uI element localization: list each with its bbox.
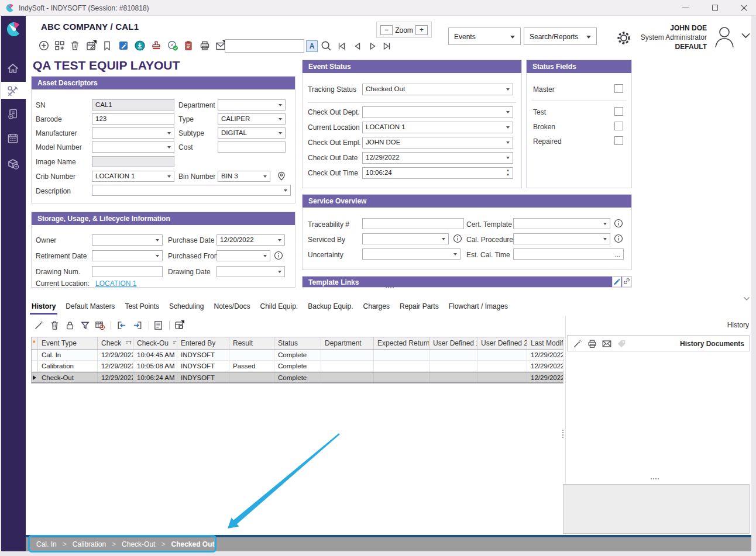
purchased-from-field[interactable]	[217, 250, 270, 261]
status-field-checkbox-broken[interactable]	[614, 122, 623, 130]
info-icon[interactable]	[614, 219, 623, 228]
grid-column-user-defined-2[interactable]: User Defined 2	[477, 337, 527, 349]
check-out-dept-field[interactable]	[362, 106, 513, 118]
settings-gear-icon[interactable]	[614, 29, 633, 47]
close-button[interactable]	[734, 0, 754, 16]
report-list-icon[interactable]	[153, 320, 164, 331]
lock-icon[interactable]	[64, 320, 75, 331]
grid-column-last-modified[interactable]: Last Modified	[527, 337, 563, 349]
cost-field[interactable]	[218, 141, 286, 153]
vertical-splitter-handle[interactable]	[562, 430, 563, 438]
sidebar-billing-icon[interactable]	[6, 108, 19, 120]
grid-column-check-ou[interactable]: Check-Ou	[133, 337, 177, 349]
est-cal-time-field[interactable]: ...	[513, 248, 624, 260]
tab-charges[interactable]: Charges	[363, 301, 390, 312]
search-input[interactable]	[225, 39, 304, 53]
avatar-icon[interactable]	[712, 23, 737, 49]
clipboard-icon[interactable]	[183, 40, 194, 51]
tab-repair-parts[interactable]: Repair Parts	[399, 301, 439, 312]
search-icon[interactable]	[320, 40, 332, 52]
events-dropdown[interactable]: Events	[448, 27, 521, 45]
tab-default-masters[interactable]: Default Masters	[65, 301, 115, 312]
status-field-checkbox-repaired[interactable]	[614, 136, 623, 145]
grid-clock-icon[interactable]	[94, 320, 105, 331]
template-edit-icon[interactable]	[612, 277, 621, 287]
info-icon[interactable]	[614, 234, 623, 243]
owner-field[interactable]	[92, 234, 163, 246]
layout-add-icon[interactable]	[54, 40, 66, 51]
check-out-icon[interactable]	[132, 320, 143, 331]
nav-last-icon[interactable]	[382, 41, 392, 51]
tab-scheduling[interactable]: Scheduling	[169, 301, 204, 312]
user-menu-chevron-icon[interactable]	[741, 32, 751, 41]
grid-column-user-defined-1[interactable]: User Defined 1	[429, 337, 477, 349]
status-field-checkbox-master[interactable]	[614, 84, 623, 93]
tab-notes-docs[interactable]: Notes/Docs	[213, 301, 250, 312]
calendar-edit-icon[interactable]	[85, 40, 97, 51]
retirement-date-field[interactable]	[92, 250, 163, 261]
filter-icon[interactable]	[80, 320, 91, 331]
minimize-button[interactable]	[676, 0, 696, 16]
delete-row-icon[interactable]	[49, 320, 60, 331]
uncertainty-field[interactable]	[362, 248, 461, 260]
check-out-date-field[interactable]: 12/29/2022	[362, 152, 513, 164]
sidebar-inventory-icon[interactable]	[6, 157, 19, 170]
wand-icon[interactable]	[33, 320, 44, 331]
grid-column-event-type[interactable]: Event Type	[38, 337, 98, 349]
search-reports-dropdown[interactable]: Search/Reports	[524, 27, 597, 45]
check-in-circle-icon[interactable]	[134, 40, 146, 51]
traceability-field[interactable]	[362, 218, 464, 229]
cert-template-field[interactable]	[513, 218, 610, 229]
department-field[interactable]	[218, 99, 286, 110]
grid-column-expected-return[interactable]: Expected Return	[374, 337, 429, 349]
collapse-chevron-icon[interactable]	[743, 295, 750, 303]
check-out-empl-field[interactable]: JOHN DOE	[362, 137, 513, 149]
print-icon[interactable]	[587, 339, 597, 349]
tab-child-equip-[interactable]: Child Equip.	[260, 301, 299, 312]
maximize-button[interactable]	[705, 0, 725, 16]
status-field-checkbox-test[interactable]	[614, 107, 623, 116]
current-location-link[interactable]: LOCATION 1	[95, 279, 136, 288]
grid-column-status[interactable]: Status	[274, 337, 321, 349]
info-icon[interactable]	[274, 251, 283, 260]
delete-icon[interactable]	[69, 40, 81, 51]
model-number-field[interactable]	[92, 141, 174, 153]
template-link-icon[interactable]	[622, 277, 631, 287]
grid-column-check[interactable]: Check	[98, 337, 133, 349]
wand-icon[interactable]	[572, 339, 583, 349]
print-icon[interactable]	[199, 40, 211, 51]
nav-previous-icon[interactable]	[352, 41, 363, 51]
manufacturer-field[interactable]	[92, 127, 174, 139]
barcode-field[interactable]: 123	[92, 113, 174, 125]
grid-column-department[interactable]: Department	[321, 337, 374, 349]
tab-test-points[interactable]: Test Points	[124, 301, 160, 312]
nav-first-icon[interactable]	[336, 41, 347, 51]
drawing-date-field[interactable]	[217, 266, 285, 277]
sidebar-home-icon[interactable]	[6, 62, 19, 75]
type-field[interactable]: CALIPER	[218, 113, 286, 125]
exact-match-toggle[interactable]: A	[306, 40, 318, 52]
zoom-in-button[interactable]: +	[415, 25, 428, 35]
image-name-field[interactable]	[92, 156, 174, 167]
cal-procedure-field[interactable]	[513, 233, 610, 244]
spinner-icon[interactable]: ▲▼	[504, 168, 511, 178]
grid-row-2[interactable]: Calibration12/29/202210:05:08 AMINDYSOFT…	[32, 361, 563, 372]
location-pin-icon[interactable]	[276, 171, 287, 181]
grid-column-result[interactable]: Result	[229, 337, 274, 349]
splitter-handle[interactable]	[386, 287, 394, 288]
tracking-status-field[interactable]: Checked Out	[362, 84, 513, 95]
drawing-num-field[interactable]	[92, 266, 163, 277]
add-icon[interactable]	[38, 40, 50, 51]
purchase-date-field[interactable]: 12/20/2022	[217, 234, 285, 246]
bin-number-field[interactable]: BIN 3	[218, 171, 270, 182]
info-icon[interactable]	[453, 234, 462, 243]
current-location-field[interactable]: LOCATION 1	[362, 122, 513, 133]
description-field[interactable]	[92, 185, 291, 196]
stamp-icon[interactable]	[150, 40, 162, 51]
label-icon[interactable]	[616, 339, 627, 349]
grid-row-3[interactable]: Check-Out12/29/202210:06:24 AMINDYSOFTCo…	[32, 372, 563, 383]
compass-approve-icon[interactable]	[167, 40, 178, 51]
tab-backup-equip-[interactable]: Backup Equip.	[307, 301, 353, 312]
grid-column-entered-by[interactable]: Entered By	[177, 337, 229, 349]
crib-number-field[interactable]: LOCATION 1	[92, 171, 174, 182]
